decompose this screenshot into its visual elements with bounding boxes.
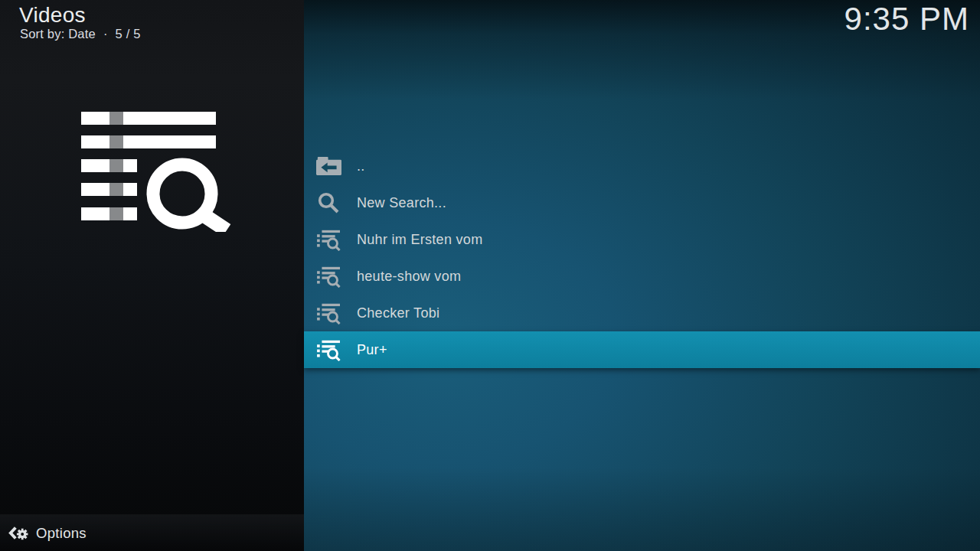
list-item-label: New Search...: [357, 195, 446, 211]
list-item-label: heute-show vom: [357, 269, 461, 285]
options-button[interactable]: Options: [0, 514, 304, 551]
saved-search-icon: [315, 226, 342, 253]
saved-search-icon: [315, 262, 342, 290]
saved-search-icon: [315, 299, 342, 327]
list-item-saved-search[interactable]: heute-show vom: [304, 258, 980, 295]
sort-by-label: Sort by: Date: [20, 27, 96, 41]
file-list: .. New Search... Nuhr im Ersten vom: [304, 148, 980, 368]
saved-search-large-icon: [81, 109, 232, 232]
search-icon: [315, 189, 342, 217]
list-item-label: Checker Tobi: [357, 305, 439, 321]
list-item-label: ..: [357, 158, 365, 174]
page-title: Videos: [19, 3, 86, 28]
sort-status-line: Sort by: Date · 5 / 5: [20, 27, 141, 41]
options-gear-icon: [8, 523, 30, 544]
separator-dot: ·: [103, 27, 108, 41]
list-item-new-search[interactable]: New Search...: [304, 184, 980, 221]
sidebar-panel: Videos Sort by: Date · 5 / 5: [0, 0, 304, 551]
clock: 9:35 PM: [844, 1, 969, 37]
list-item-saved-search[interactable]: Checker Tobi: [304, 295, 980, 331]
list-item-label: Nuhr im Ersten vom: [357, 232, 482, 248]
list-item-label: Pur+: [357, 342, 387, 358]
options-label: Options: [36, 525, 87, 542]
list-item-parent-folder[interactable]: ..: [304, 148, 980, 184]
folder-back-icon: [315, 152, 342, 180]
saved-search-icon: [315, 336, 342, 364]
list-item-saved-search[interactable]: Nuhr im Ersten vom: [304, 221, 980, 258]
item-position-counter: 5 / 5: [116, 27, 141, 41]
list-item-saved-search-selected[interactable]: Pur+: [304, 331, 980, 368]
